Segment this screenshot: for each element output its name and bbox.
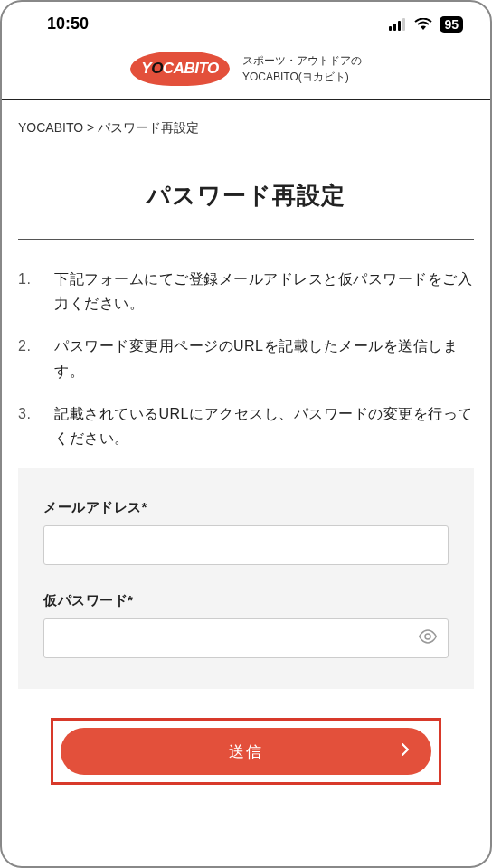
svg-rect-1 [393,24,396,31]
svg-rect-3 [402,18,405,31]
instruction-item: 下記フォームにてご登録メールアドレスと仮パスワードをご入力ください。 [18,267,474,316]
svg-rect-2 [398,21,401,31]
email-label: メールアドレス* [43,499,449,516]
chevron-right-icon [402,742,410,760]
svg-rect-0 [389,26,392,31]
svg-point-4 [425,634,430,639]
instructions-list: 下記フォームにてご登録メールアドレスと仮パスワードをご入力ください。 パスワード… [2,267,490,450]
email-field-group: メールアドレス* [43,499,449,565]
breadcrumb: YOCABITO > パスワード再設定 [2,100,490,156]
form-card: メールアドレス* 仮パスワード* [18,468,474,689]
email-input[interactable] [43,525,449,565]
eye-icon[interactable] [418,629,438,647]
signal-icon [389,18,407,31]
password-field-group: 仮パスワード* [43,592,449,658]
page-title: パスワード再設定 [2,180,490,212]
breadcrumb-root[interactable]: YOCABITO [18,120,83,135]
logo[interactable]: YOCABITO [130,52,230,86]
status-time: 10:50 [47,14,89,33]
wifi-icon [414,18,432,31]
status-bar: 10:50 95 [2,2,490,42]
instruction-item: 記載されているURLにアクセスし、パスワードの変更を行ってください。 [18,401,474,450]
site-header: YOCABITO スポーツ・アウトドアの YOCABITO(ヨカビト) [2,42,490,99]
password-input[interactable] [43,618,449,658]
battery-icon: 95 [440,16,463,33]
tagline: スポーツ・アウトドアの YOCABITO(ヨカビト) [242,52,362,85]
status-right: 95 [389,16,463,33]
submit-highlight: 送信 [51,718,441,785]
instruction-item: パスワード変更用ページのURLを記載したメールを送信します。 [18,334,474,382]
submit-button[interactable]: 送信 [61,728,431,775]
breadcrumb-current: パスワード再設定 [98,120,199,135]
title-divider [18,239,474,240]
password-label: 仮パスワード* [43,592,449,609]
